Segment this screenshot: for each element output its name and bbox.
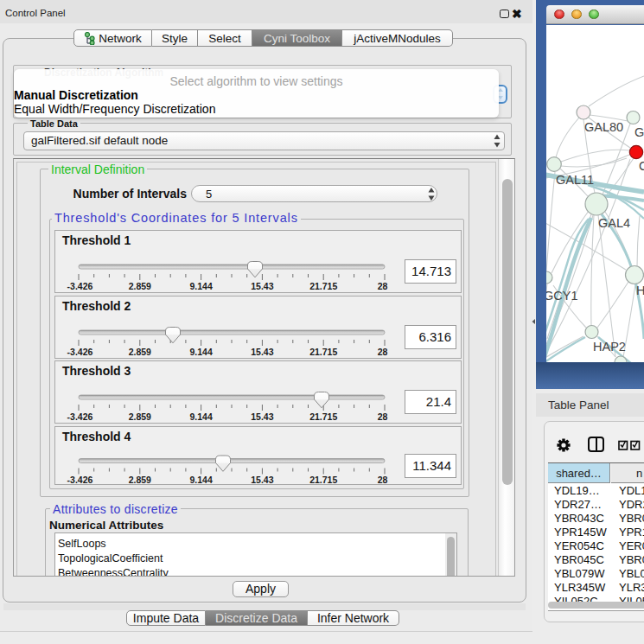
- svg-text:GAL11: GAL11: [556, 173, 594, 187]
- svg-text:GAL4: GAL4: [598, 216, 630, 230]
- svg-text:21.715: 21.715: [309, 347, 337, 357]
- svg-text:9.144: 9.144: [189, 411, 212, 422]
- svg-text:15.43: 15.43: [251, 281, 273, 291]
- svg-text:G.: G.: [634, 125, 644, 139]
- svg-text:28: 28: [378, 347, 388, 357]
- svg-text:Threshold 1: Threshold 1: [62, 233, 131, 247]
- svg-text:-3.426: -3.426: [67, 475, 93, 485]
- svg-text:21.715: 21.715: [309, 475, 337, 485]
- svg-text:9.144: 9.144: [189, 281, 212, 291]
- svg-text:GCY1: GCY1: [546, 289, 578, 303]
- svg-text:21.715: 21.715: [309, 411, 337, 422]
- svg-text:15.43: 15.43: [251, 411, 273, 422]
- svg-text:GAL80: GAL80: [584, 120, 623, 134]
- svg-text:HAP2: HAP2: [593, 340, 626, 354]
- svg-text:2.859: 2.859: [129, 347, 151, 357]
- svg-text:Threshold 3: Threshold 3: [62, 364, 131, 378]
- svg-text:Threshold 4: Threshold 4: [62, 430, 131, 443]
- svg-text:-3.426: -3.426: [67, 281, 93, 291]
- svg-text:2.859: 2.859: [129, 411, 151, 422]
- svg-text:15.43: 15.43: [251, 347, 273, 357]
- svg-text:15.43: 15.43: [251, 475, 273, 485]
- svg-text:C: C: [639, 159, 644, 173]
- svg-text:28: 28: [378, 475, 388, 485]
- svg-text:2.859: 2.859: [129, 475, 151, 485]
- svg-text:-3.426: -3.426: [67, 411, 93, 422]
- svg-text:-3.426: -3.426: [67, 347, 93, 357]
- svg-text:2.859: 2.859: [129, 281, 151, 291]
- svg-text:9.144: 9.144: [189, 475, 212, 485]
- svg-text:28: 28: [378, 281, 388, 291]
- svg-text:28: 28: [378, 411, 388, 422]
- svg-text:9.144: 9.144: [189, 347, 212, 357]
- svg-text:H: H: [636, 284, 644, 297]
- svg-text:21.715: 21.715: [309, 281, 337, 291]
- svg-text:Threshold 2: Threshold 2: [62, 299, 131, 313]
